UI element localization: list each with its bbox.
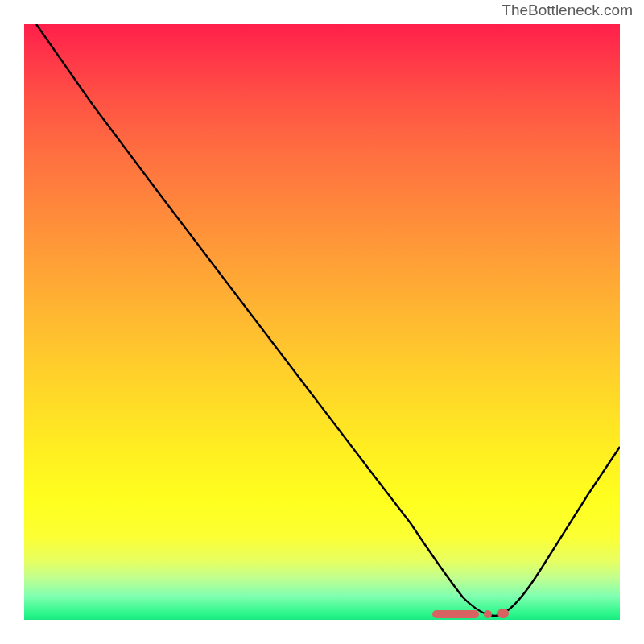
plot-area: [24, 24, 620, 620]
optimal-marker: [497, 609, 509, 618]
watermark-text: TheBottleneck.com: [502, 2, 633, 19]
optimal-marker: [432, 610, 479, 618]
optimal-marker: [484, 610, 492, 618]
chart-curve-svg: [24, 24, 620, 620]
bottleneck-curve-path: [36, 24, 620, 616]
